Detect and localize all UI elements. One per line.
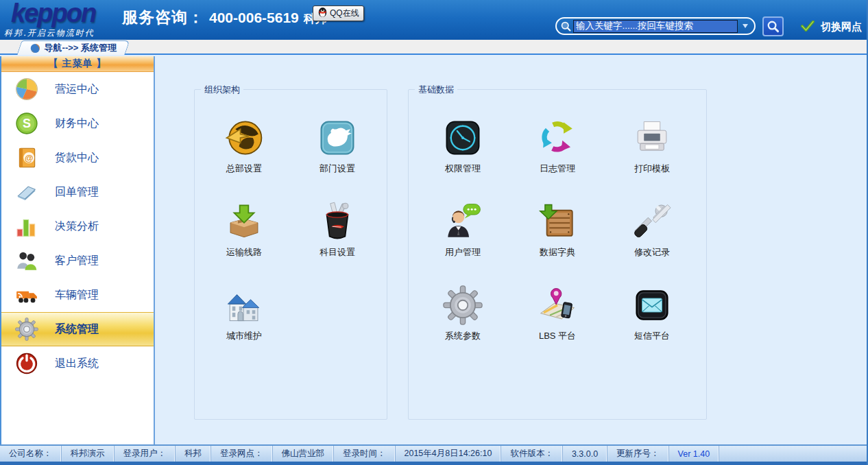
globe-swirl-icon (30, 43, 40, 53)
status-login-user-label: 登录用户： (114, 446, 176, 462)
service-phone: 400-006-5619 (209, 10, 299, 26)
switch-site-label: 切换网点 (821, 21, 862, 34)
shortcut-print-template[interactable]: 打印模板 (605, 110, 699, 194)
shortcut-user-management[interactable]: 用户管理 (415, 194, 510, 278)
sidebar-main-menu-header: 【 主菜单 】 (1, 56, 154, 72)
search-button[interactable] (762, 16, 784, 36)
groupbox-organization: 组织架构 总部设置部门设置运输线路科目设置城市维护 (194, 89, 387, 420)
printer-icon (632, 118, 672, 158)
shortcut-label: 用户管理 (445, 246, 481, 259)
magnifier-icon (767, 20, 780, 33)
tab-label: 导航-->> 系统管理 (45, 42, 117, 54)
svg-text:S: S (23, 117, 31, 130)
shortcut-sms-platform[interactable]: 短信平台 (605, 278, 699, 361)
search-input[interactable] (573, 20, 738, 33)
groupbox-title: 基础数据 (415, 84, 457, 96)
boxarrow-icon (224, 202, 264, 241)
shortcut-data-dictionary[interactable]: 数据字典 (510, 194, 605, 278)
shortcut-permission-management[interactable]: 权限管理 (415, 110, 510, 194)
shortcut-label: 日志管理 (540, 163, 575, 175)
shortcut-label: 科目设置 (320, 246, 355, 259)
sidebar-item-label: 财务中心 (55, 117, 99, 131)
sidebar-item-decision-analysis[interactable]: 决策分析 (1, 209, 154, 243)
tools-icon (632, 202, 672, 241)
search-icon (560, 21, 572, 32)
shortcut-lbs-platform[interactable]: LBS 平台 (510, 278, 605, 361)
support-icon (443, 202, 483, 241)
shortcut-system-parameters[interactable]: 系统参数 (415, 278, 510, 361)
sidebar-item-label: 决策分析 (55, 219, 99, 234)
sidebar-item-operations-center[interactable]: 营运中心 (1, 72, 154, 106)
status-login-site-value: 佛山营业部 (273, 446, 335, 462)
groupbox-basic-data: 基础数据 权限管理日志管理打印模板用户管理数据字典修改记录系统参数LBS 平台短… (408, 89, 707, 420)
shortcut-change-records[interactable]: 修改记录 (605, 194, 699, 278)
qq-online-button[interactable]: QQ在线 (313, 5, 364, 21)
shortcut-log-management[interactable]: 日志管理 (510, 110, 605, 194)
sidebar-item-customer-management[interactable]: 客户管理 (1, 243, 154, 278)
skype-icon: S (15, 112, 38, 135)
sidebar-item-vehicle-management[interactable]: 车辆管理 (1, 278, 154, 312)
status-login-site-label: 登录网点： (211, 446, 273, 462)
status-software-version-value: 3.3.0.0 (563, 446, 607, 462)
shortcut-subject-setup[interactable]: 科目设置 (291, 194, 384, 278)
status-update-serial-value: Ver 1.40 (669, 446, 720, 462)
sidebar-item-label: 回单管理 (55, 185, 99, 200)
sidebar-item-label: 系统管理 (55, 322, 99, 337)
shortcut-label: 系统参数 (445, 330, 481, 342)
sync-icon (538, 118, 577, 158)
app-window: keppon 科邦.开启云物流时代 服务咨询： 400-006-5619 科邦 … (0, 0, 868, 465)
qq-penguin-icon (317, 7, 328, 20)
shortcut-department-setup[interactable]: 部门设置 (291, 110, 384, 194)
svg-text:@: @ (25, 153, 33, 163)
shortcut-city-maintenance[interactable]: 城市维护 (197, 278, 291, 361)
sidebar-item-receipt-management[interactable]: 回单管理 (1, 175, 154, 209)
bluebook-icon (15, 180, 38, 204)
service-label: 服务咨询： (122, 7, 204, 28)
sidebar-item-label: 退出系统 (55, 357, 99, 371)
shortcut-label: 权限管理 (445, 163, 481, 175)
sidebar-item-finance-center[interactable]: S财务中心 (1, 106, 154, 141)
bottom-edge (0, 462, 867, 465)
clockapp-icon (443, 118, 483, 158)
main-content: 组织架构 总部设置部门设置运输线路科目设置城市维护 基础数据 权限管理日志管理打… (155, 56, 868, 444)
building-icon (224, 285, 264, 325)
tab-navigation-system-management[interactable]: 导航-->> 系统管理 (16, 40, 130, 55)
tab-bar: 导航-->> 系统管理 (0, 40, 867, 55)
shortcut-transport-routes[interactable]: 运输线路 (197, 194, 291, 278)
bird-icon (317, 118, 357, 158)
top-header: keppon 科邦.开启云物流时代 服务咨询： 400-006-5619 科邦 … (0, 0, 867, 40)
switch-site-link[interactable]: 切换网点 (801, 21, 862, 34)
shortcut-label: 总部设置 (226, 163, 262, 175)
sidebar-item-system-management[interactable]: 系统管理 (1, 312, 154, 346)
status-bar: 公司名称：科邦演示登录用户：科邦登录网点：佛山营业部登录时间：2015年4月8日… (0, 444, 867, 462)
gear-icon (15, 318, 38, 341)
shortcut-grid: 总部设置部门设置运输线路科目设置城市维护 (195, 90, 387, 361)
shortcut-label: 部门设置 (320, 163, 355, 175)
status-login-time-value: 2015年4月8日14:26:10 (396, 446, 502, 462)
sidebar-item-label: 货款中心 (55, 151, 99, 165)
crate-icon (538, 202, 577, 241)
sidebar-item-label: 客户管理 (55, 254, 99, 268)
shortcut-label: LBS 平台 (539, 330, 576, 342)
status-software-version-label: 软件版本： (501, 446, 563, 462)
gear-icon (443, 285, 483, 325)
users-icon (15, 249, 38, 272)
search-dropdown-arrow-icon[interactable] (743, 24, 748, 28)
pie-icon (15, 78, 38, 101)
bucket-icon (317, 202, 357, 241)
status-login-user-value: 科邦 (176, 446, 211, 462)
logo-tagline: 科邦.开启云物流时代 (4, 27, 121, 39)
shortcut-label: 数据字典 (540, 246, 575, 259)
lbsmap-icon (538, 285, 577, 325)
globe-icon (224, 118, 264, 158)
shortcut-label: 运输线路 (226, 246, 262, 259)
sidebar-item-exit-system[interactable]: 退出系统 (1, 346, 154, 381)
sidebar-item-payment-center[interactable]: @货款中心 (1, 141, 154, 175)
power-icon (15, 352, 38, 375)
keppon-logo: keppon (11, 0, 95, 28)
sidebar-item-label: 车辆管理 (55, 288, 99, 302)
shortcut-headquarters-setup[interactable]: 总部设置 (197, 110, 291, 194)
green-check-icon (801, 21, 815, 34)
truck-icon (15, 283, 38, 307)
smsapp-icon (632, 285, 672, 325)
